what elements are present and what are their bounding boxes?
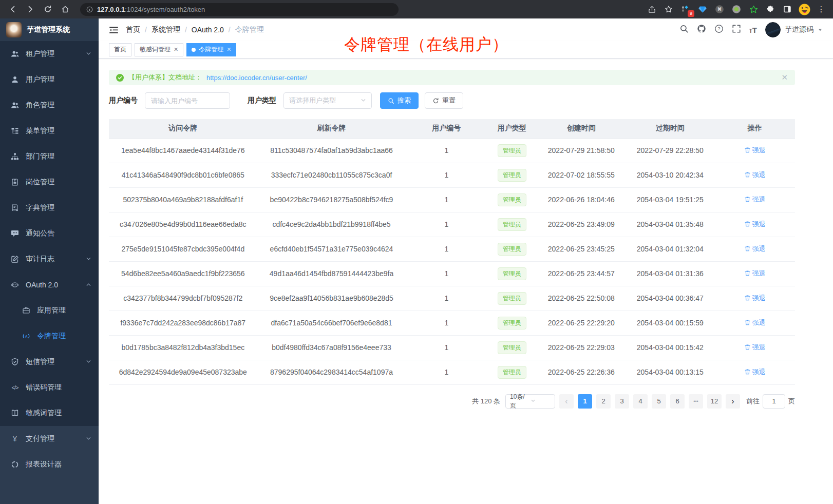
user-id-cell: 1 [406, 163, 487, 187]
sidebar: 芋道管理系统 租户管理用户管理角色管理菜单管理部门管理岗位管理字典管理通知公告审… [0, 18, 99, 504]
browser-home-button[interactable] [58, 2, 73, 16]
sidebar-item-role-management[interactable]: 角色管理 [0, 92, 99, 118]
user-type-badge: 管理员 [498, 366, 526, 379]
force-logout-button[interactable]: 强退 [744, 195, 766, 204]
command-extension-icon[interactable]: ⌘ [713, 3, 726, 16]
tab-close-icon[interactable]: ✕ [226, 46, 231, 53]
force-logout-button[interactable]: 强退 [744, 294, 766, 303]
fullscreen-icon[interactable] [732, 24, 741, 35]
puzzle-extensions-icon[interactable] [764, 3, 777, 16]
sidebar-item-report-designer[interactable]: 报表设计器 [0, 452, 99, 477]
breadcrumb-item[interactable]: 系统管理 [152, 25, 180, 34]
sidebar-item-app-management[interactable]: 应用管理 [0, 298, 99, 323]
page-info-icon[interactable] [86, 6, 93, 13]
doc-link[interactable]: https://doc.iocoder.cn/user-center/ [206, 74, 307, 82]
browser-forward-button[interactable] [23, 2, 38, 16]
extension-blocks-icon[interactable]: 9 [679, 3, 692, 16]
search-button[interactable]: 搜索 [380, 92, 419, 109]
tab-sensitive-word[interactable]: 敏感词管理✕ [135, 43, 183, 56]
sidebar-item-user-management[interactable]: 用户管理 [0, 67, 99, 92]
user-id-cell: 1 [406, 311, 487, 335]
sidebar-item-token-management[interactable]: A令牌管理 [0, 323, 99, 349]
app-logo[interactable]: 芋道管理系统 [0, 18, 99, 41]
force-logout-button[interactable]: 强退 [744, 343, 766, 352]
github-icon[interactable] [697, 24, 706, 35]
tab-token[interactable]: 令牌管理✕ [186, 43, 236, 56]
page-button-4[interactable]: 4 [633, 394, 648, 409]
alert-close-icon[interactable]: ✕ [781, 73, 788, 82]
sidebar-item-error-code-management[interactable]: </>错误码管理 [0, 375, 99, 400]
sidebar-item-dict-management[interactable]: 字典管理 [0, 195, 99, 221]
token-table: 访问令牌刷新令牌用户编号用户类型创建时间过期时间操作 1ea5e44f8bc14… [109, 119, 795, 385]
sidebar-item-notice-announcement[interactable]: 通知公告 [0, 221, 99, 246]
table-row: c347026e805e4d99b0d116eae66eda8ccdfc4ce9… [109, 212, 795, 237]
page-button-5[interactable]: 5 [652, 394, 666, 409]
page-button-1[interactable]: 1 [578, 394, 592, 409]
sidebar-item-audit-log[interactable]: 审计日志 [0, 246, 99, 272]
refresh-token-cell: be90422b8c7946218275a508bf524fc9 [257, 187, 406, 212]
action-cell: 强退 [715, 163, 795, 187]
tab-close-icon[interactable]: ✕ [174, 46, 178, 53]
sidebar-item-tenant-management[interactable]: 租户管理 [0, 41, 99, 67]
force-logout-button[interactable]: 强退 [744, 220, 766, 229]
sidebar-item-label: 通知公告 [26, 229, 91, 238]
gem-extension-icon[interactable] [696, 3, 709, 16]
sidebar-item-sensitive-word-management[interactable]: 敏感词管理 [0, 400, 99, 426]
create-time-cell: 2022-06-25 23:49:09 [537, 212, 626, 237]
font-size-icon[interactable]: TT [749, 26, 757, 34]
browser-reload-button[interactable] [40, 2, 55, 16]
sidebar-item-label: 岗位管理 [26, 178, 91, 187]
breadcrumb-item[interactable]: 首页 [126, 25, 140, 34]
reset-button[interactable]: 重置 [425, 92, 463, 109]
sidebar-item-payment-management[interactable]: ¥支付管理 [0, 426, 99, 452]
search-icon[interactable] [679, 24, 689, 35]
page-ellipsis-button[interactable]: ••• [689, 394, 703, 409]
user-id-cell: 1 [406, 286, 487, 311]
sidebar-item-oauth2[interactable]: OAuth 2.0 [0, 272, 99, 298]
force-logout-button[interactable]: 强退 [744, 170, 766, 180]
force-logout-button[interactable]: 强退 [744, 269, 766, 278]
recorder-extension-icon[interactable] [730, 3, 743, 16]
force-logout-button[interactable]: 强退 [744, 367, 766, 377]
trash-icon [744, 245, 751, 252]
star-extension-icon[interactable] [747, 3, 760, 16]
sidebar-item-post-management[interactable]: 岗位管理 [0, 169, 99, 195]
column-header: 刷新令牌 [257, 119, 406, 138]
share-icon[interactable] [645, 3, 658, 16]
chevron-down-icon [531, 398, 551, 405]
tab-home[interactable]: 首页 [109, 43, 131, 56]
user-type-select[interactable]: 请选择用户类型 [283, 92, 372, 109]
force-logout-button[interactable]: 强退 [744, 146, 766, 155]
code-icon: </> [10, 385, 20, 391]
browser-toolbar: 127.0.0.1:1024/system/oauth2/token 9 ⌘ ⋮ [0, 0, 833, 18]
sidebar-item-sms-management[interactable]: 短信管理 [0, 349, 99, 375]
user-id-cell: 1 [406, 261, 487, 286]
browser-menu-icon[interactable]: ⋮ [815, 3, 828, 16]
sidepanel-icon[interactable] [781, 3, 794, 16]
page-button-3[interactable]: 3 [615, 394, 629, 409]
help-icon[interactable]: ? [714, 24, 724, 35]
page-size-select[interactable]: 10条/页 [505, 394, 555, 409]
page-button-6[interactable]: 6 [670, 394, 685, 409]
expire-time-cell: 2054-03-04 00:15:59 [626, 311, 715, 335]
sidebar-item-dept-management[interactable]: 部门管理 [0, 144, 99, 169]
create-time-cell: 2022-06-25 22:26:36 [537, 360, 626, 384]
sidebar-item-menu-management[interactable]: 菜单管理 [0, 118, 99, 144]
info-alert: 【用户体系】文档地址： https://doc.iocoder.cn/user-… [109, 70, 795, 85]
breadcrumb-item[interactable]: OAuth 2.0 [192, 26, 224, 34]
goto-page-input[interactable] [763, 394, 785, 409]
profile-emoji-icon[interactable] [798, 3, 811, 16]
address-bar[interactable]: 127.0.0.1:1024/system/oauth2/token [80, 3, 399, 16]
prev-page-button[interactable]: ‹ [559, 394, 574, 409]
bookmark-star-icon[interactable] [662, 3, 675, 16]
page-button-2[interactable]: 2 [596, 394, 611, 409]
page-button-12[interactable]: 12 [707, 394, 722, 409]
force-logout-button[interactable]: 强退 [744, 244, 766, 254]
user-menu[interactable]: 芋道源码 [765, 22, 823, 37]
trash-icon [744, 147, 751, 153]
sidebar-fold-icon[interactable] [109, 26, 119, 34]
browser-back-button[interactable] [5, 2, 21, 16]
user-id-input[interactable] [145, 92, 230, 109]
next-page-button[interactable]: › [726, 394, 740, 409]
force-logout-button[interactable]: 强退 [744, 318, 766, 327]
